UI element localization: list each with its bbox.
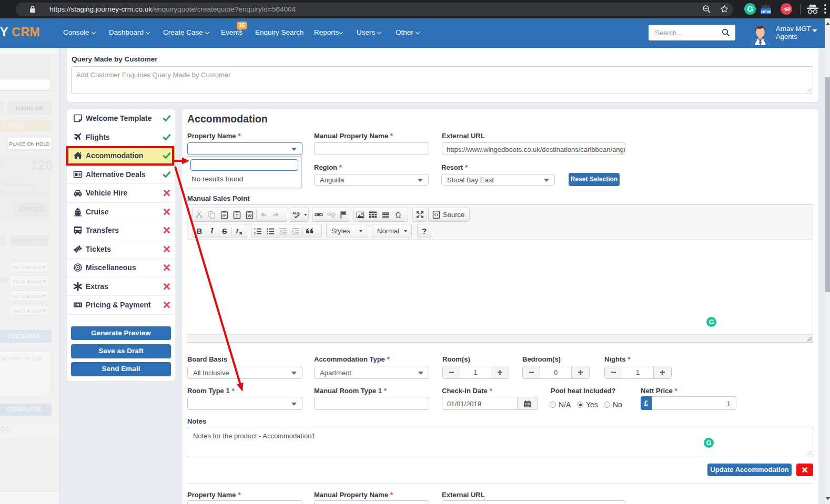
format-dropdown[interactable]: Normal [372,224,412,238]
external-url-input-2[interactable] [442,500,625,504]
nav-reports[interactable]: Reports [314,28,343,36]
nav-enquiry-search[interactable]: Enquiry Search [255,28,303,36]
scrollbar-down-arrow[interactable] [826,497,830,500]
maximize-icon[interactable] [413,208,427,221]
paste-word-icon[interactable]: W [243,208,256,221]
rooms-decrement-button[interactable] [443,366,460,378]
rooms-increment-button[interactable] [491,366,509,378]
scrollbar-thumb[interactable] [825,77,830,292]
remove-format-icon[interactable]: I [232,224,245,238]
sidebar-item-accommodation[interactable]: Accommodation [67,147,175,166]
sidebar-item-pricing-payment[interactable]: 1 Pricing & Payment [67,296,175,315]
region-select[interactable]: Anguilla [314,174,429,186]
red-extension-icon[interactable]: B [781,3,792,15]
sidebar-item-extras[interactable]: Extras [67,277,175,296]
outdent-icon[interactable] [277,224,289,238]
manual-room-type-input[interactable] [314,397,429,410]
sidebar-item-cruise[interactable]: Cruise [67,203,175,222]
search-icon[interactable] [722,28,730,37]
remove-product-button[interactable] [796,464,813,476]
link-icon[interactable] [312,208,325,221]
sidebar-item-miscellaneous[interactable]: Miscellaneous [67,259,175,277]
place-on-hold-button[interactable]: PLACE ON HOLD [7,138,52,150]
set-outcome-select-4[interactable]: Set Outcome [9,305,49,316]
sidebar-item-alternative-deals[interactable]: Alternative Deals [67,166,175,184]
incorrect-no-button[interactable]: INCORRECT NO [9,235,49,246]
grammarly-icon[interactable]: G [704,438,714,448]
sidebar-item-vehicle-hire[interactable]: Vehicle Hire [67,184,175,203]
nav-dashboard[interactable]: Dashboard [109,28,150,36]
complete-button[interactable]: COMPLETE [0,404,52,416]
accommodation-type-select[interactable]: Apartment [314,366,429,379]
italic-icon[interactable]: I [206,224,218,238]
table-icon[interactable] [367,208,379,221]
dialer-input[interactable] [0,79,51,91]
property-name-select[interactable] [187,142,302,155]
nav-console[interactable]: Console [63,28,96,36]
check-in-date-input[interactable]: 01/01/2019 [442,397,518,410]
styles-dropdown[interactable]: Styles [326,224,367,238]
calendar-button[interactable] [518,397,538,410]
board-basis-select[interactable]: All Inclusive [187,366,302,379]
sidebar-item-flights[interactable]: Flights [67,128,175,147]
reset-selection-button[interactable]: Reset Selection [569,173,620,186]
url-text[interactable]: https://staging.journey-crm.co.uk/enquir… [49,5,296,13]
bullet-list-icon[interactable] [264,224,277,238]
editor-content[interactable] [187,240,813,335]
source-button-label[interactable]: Source [443,211,464,219]
zoom-out-icon[interactable] [702,5,711,14]
copy-icon[interactable] [205,208,218,221]
bedrooms-decrement-button[interactable] [523,366,540,378]
hang-up-button[interactable]: HANG UP [7,101,52,115]
spellcheck-icon[interactable]: ABC [290,208,304,221]
set-outcome-select-2[interactable]: Set Outcome [9,275,49,286]
pool-heat-na-radio[interactable]: N/A [550,400,571,409]
set-outcome-select-3[interactable]: Set Outcome [9,290,49,301]
grammarly-icon[interactable]: G [706,317,716,327]
sidebar-item-transfers[interactable]: Transfers [67,221,175,240]
sidebar-item-tickets[interactable]: Tickets [67,240,175,259]
nav-search-box[interactable]: Search... [649,25,735,40]
nav-create-case[interactable]: Create Case [163,28,210,36]
room-type-select[interactable] [187,397,302,410]
redo-icon[interactable] [270,208,282,221]
source-icon[interactable] [430,208,442,221]
anchor-flag-icon[interactable] [337,208,350,221]
send-email-button[interactable]: Send Email [71,362,171,376]
voicemail-button[interactable]: VOICEMAIL [0,330,52,343]
grammarly-extension-icon[interactable]: G [744,3,756,15]
notes-textarea[interactable]: Notes for the product - Accommodation1 G [187,427,813,457]
sidebar-item-welcome-template[interactable]: Welcome Template [67,109,175,128]
save-as-draft-button[interactable]: Save as Draft [71,344,171,358]
cut-icon[interactable] [193,208,205,221]
query-textarea[interactable]: Add Customer Enquiries Query Made by Cus… [71,66,813,94]
property-name-select-2[interactable] [187,500,302,504]
call-notes-textarea[interactable]: nal notes on Call [0,351,51,397]
user-avatar[interactable] [751,24,770,45]
editor-resize-icon[interactable] [806,336,812,342]
call-button[interactable] [0,101,4,115]
resort-select[interactable]: Shoal Bay East [441,174,555,186]
dropdown-search-input[interactable] [190,159,298,171]
indent-icon[interactable] [289,224,302,238]
undo-icon[interactable] [257,208,270,221]
crm-logo[interactable]: Y CRM [0,25,40,39]
manual-property-name-input[interactable] [314,142,429,155]
nett-price-input[interactable]: 1 [652,396,736,410]
search-input[interactable]: Search... [655,29,682,37]
nights-value[interactable]: 1 [622,366,654,378]
external-url-input[interactable]: https://www.wingedboots.co.uk/destinatio… [442,142,625,155]
nights-decrement-button[interactable] [605,366,622,378]
image-icon[interactable] [354,208,367,221]
special-char-icon[interactable]: Ω [392,208,404,221]
pool-heat-yes-radio[interactable]: Yes [577,400,598,409]
ignore-button[interactable]: IGNORE [14,202,49,217]
generate-preview-button[interactable]: Generate Preview [71,326,171,341]
update-accommodation-button[interactable]: Update Accommodation [707,464,792,476]
set-outcome-select-1[interactable]: Set Outcome [9,261,49,272]
horizontal-rule-icon[interactable] [379,208,392,221]
rooms-value[interactable]: 1 [460,366,491,378]
paste-text-icon[interactable]: T [230,208,243,221]
unlink-icon[interactable] [325,208,338,221]
bold-icon[interactable]: B [193,224,206,238]
